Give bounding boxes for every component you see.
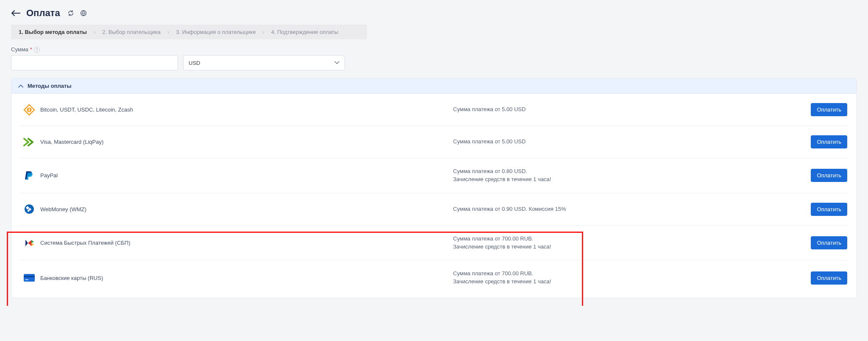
amount-section: Сумма* ? USD	[11, 46, 857, 70]
pay-button[interactable]: Оплатить	[811, 271, 847, 285]
svg-rect-11	[24, 274, 35, 282]
sbp-icon	[21, 238, 38, 249]
amount-label-text: Сумма	[11, 46, 28, 53]
method-name: WebMoney (WMZ)	[38, 206, 453, 212]
refresh-icon[interactable]	[66, 8, 75, 18]
card-liqpay-icon	[21, 137, 38, 147]
back-arrow-icon[interactable]	[11, 8, 20, 18]
payment-method-row: Система Быстрых Платежей (СБП) Сумма пла…	[19, 226, 849, 261]
method-name: Система Быстрых Платежей (СБП)	[38, 240, 453, 246]
payment-method-row: PayPal Сумма платежа от 0.80 USD.Зачисле…	[19, 158, 849, 193]
pay-button[interactable]: Оплатить	[811, 203, 847, 216]
payment-method-row: Банковские карты (RUS) Сумма платежа от …	[19, 260, 849, 295]
method-desc: Сумма платежа от 5.00 USD	[453, 106, 796, 114]
amount-label: Сумма* ?	[11, 46, 857, 53]
svg-rect-13	[25, 279, 28, 280]
required-asterisk: *	[30, 46, 32, 53]
currency-select[interactable]: USD	[183, 55, 345, 70]
chevron-right-icon: ›	[94, 29, 95, 35]
payment-methods-list: Bitcoin, USDT, USDC, Litecoin, Zcash Сум…	[11, 94, 857, 298]
header-action-icons	[66, 8, 88, 18]
page: Оплата 1. Выбор метода оплаты › 2. Выбор…	[11, 8, 857, 298]
step-1[interactable]: 1. Выбор метода оплаты	[19, 29, 87, 35]
chevron-up-icon	[18, 84, 23, 88]
bankcard-rus-icon	[21, 274, 38, 282]
amount-input[interactable]	[11, 55, 178, 70]
globe-icon[interactable]	[79, 8, 88, 18]
pay-button[interactable]: Оплатить	[811, 135, 847, 148]
chevron-down-icon	[334, 61, 339, 64]
step-2[interactable]: 2. Выбор плательщика	[102, 29, 161, 35]
payment-method-row: Bitcoin, USDT, USDC, Litecoin, Zcash Сум…	[19, 94, 849, 126]
method-desc: Сумма платежа от 5.00 USD	[453, 138, 796, 146]
step-4[interactable]: 4. Подтверждение оплаты	[271, 29, 338, 35]
chevron-right-icon: ›	[262, 29, 264, 35]
method-name: PayPal	[38, 172, 453, 179]
method-name: Visa, Mastercard (LiqPay)	[38, 139, 453, 145]
crypto-icon	[21, 104, 38, 116]
payment-method-row: WebMoney (WMZ) Сумма платежа от 0.90 USD…	[19, 193, 849, 226]
svg-marker-7	[25, 240, 28, 246]
pay-button[interactable]: Оплатить	[811, 169, 847, 182]
webmoney-icon	[21, 204, 38, 215]
help-icon[interactable]: ?	[34, 47, 40, 53]
page-header: Оплата	[11, 8, 857, 19]
currency-value: USD	[189, 60, 200, 66]
page-title: Оплата	[26, 8, 60, 19]
panel-header[interactable]: Методы оплаты	[11, 78, 857, 94]
method-desc: Сумма платежа от 700.00 RUB.Зачисление с…	[453, 270, 796, 286]
paypal-icon	[21, 170, 38, 181]
payment-methods-panel: Методы оплаты Bitcoin, USDT, USDC, Litec…	[11, 78, 857, 298]
method-name: Банковские карты (RUS)	[38, 275, 453, 281]
chevron-right-icon: ›	[167, 29, 169, 35]
pay-button[interactable]: Оплатить	[811, 236, 847, 249]
method-name: Bitcoin, USDT, USDC, Litecoin, Zcash	[38, 106, 453, 113]
steps-breadcrumb: 1. Выбор метода оплаты › 2. Выбор плател…	[11, 25, 367, 39]
method-desc: Сумма платежа от 0.90 USD. Комиссия 15%	[453, 205, 796, 213]
payment-method-row: Visa, Mastercard (LiqPay) Сумма платежа …	[19, 126, 849, 158]
step-3[interactable]: 3. Информация о плательщике	[176, 29, 256, 35]
svg-rect-12	[24, 276, 35, 277]
method-desc: Сумма платежа от 700.00 RUB.Зачисление с…	[453, 235, 796, 251]
svg-marker-10	[31, 243, 34, 246]
svg-marker-9	[31, 240, 34, 243]
svg-marker-8	[28, 240, 31, 246]
pay-button[interactable]: Оплатить	[811, 103, 847, 116]
panel-title: Методы оплаты	[28, 83, 72, 89]
method-desc: Сумма платежа от 0.80 USD.Зачисление сре…	[453, 168, 796, 184]
